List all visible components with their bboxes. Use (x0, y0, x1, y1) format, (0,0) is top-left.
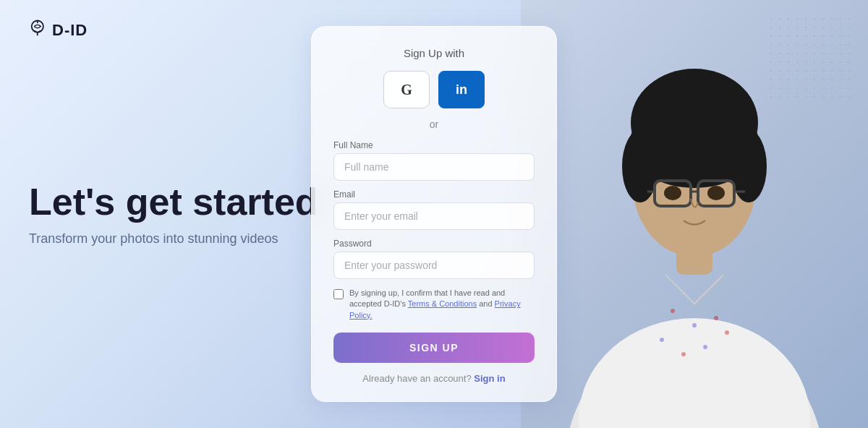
svg-point-1 (579, 318, 810, 428)
social-buttons: G in (333, 71, 535, 108)
terms-text: By signing up, I confirm that I have rea… (349, 288, 535, 321)
terms-checkbox[interactable] (333, 289, 344, 299)
full-name-group: Full Name (333, 140, 535, 181)
hero-title: Let's get started (29, 181, 318, 223)
password-input[interactable] (333, 252, 535, 279)
full-name-label: Full Name (333, 140, 535, 150)
logo-icon (23, 17, 49, 43)
svg-point-19 (725, 330, 729, 335)
terms-row: By signing up, I confirm that I have rea… (333, 288, 535, 321)
terms-link[interactable]: Terms & Conditions (408, 299, 477, 308)
password-label: Password (333, 239, 535, 249)
background-right (521, 0, 868, 428)
logo: D-ID (23, 17, 88, 43)
svg-point-20 (703, 345, 707, 349)
google-signup-button[interactable]: G (383, 71, 430, 108)
svg-point-21 (681, 352, 686, 356)
dots-pattern (767, 14, 854, 101)
svg-point-18 (660, 338, 664, 342)
signup-button[interactable]: SIGN UP (333, 333, 535, 363)
divider: or (333, 119, 535, 130)
password-group: Password (333, 239, 535, 279)
signin-row: Already have an account? Sign in (333, 373, 535, 384)
svg-point-13 (664, 186, 681, 200)
hero-subtitle: Transform your photos into stunning vide… (29, 231, 318, 247)
svg-point-16 (692, 323, 697, 328)
linkedin-signup-button[interactable]: in (438, 71, 485, 108)
signup-card: Sign Up with G in or Full Name Email Pas… (311, 26, 557, 402)
svg-point-15 (671, 309, 675, 313)
signin-prompt: Already have an account? (362, 373, 471, 384)
svg-point-14 (707, 186, 725, 200)
hero-content: Let's get started Transform your photos … (29, 181, 318, 247)
email-group: Email (333, 189, 535, 230)
svg-point-17 (714, 316, 718, 320)
signin-link[interactable]: Sign in (474, 373, 505, 384)
email-label: Email (333, 189, 535, 200)
logo-text: D-ID (52, 21, 88, 40)
full-name-input[interactable] (333, 153, 535, 181)
card-title: Sign Up with (333, 47, 535, 59)
email-input[interactable] (333, 202, 535, 230)
